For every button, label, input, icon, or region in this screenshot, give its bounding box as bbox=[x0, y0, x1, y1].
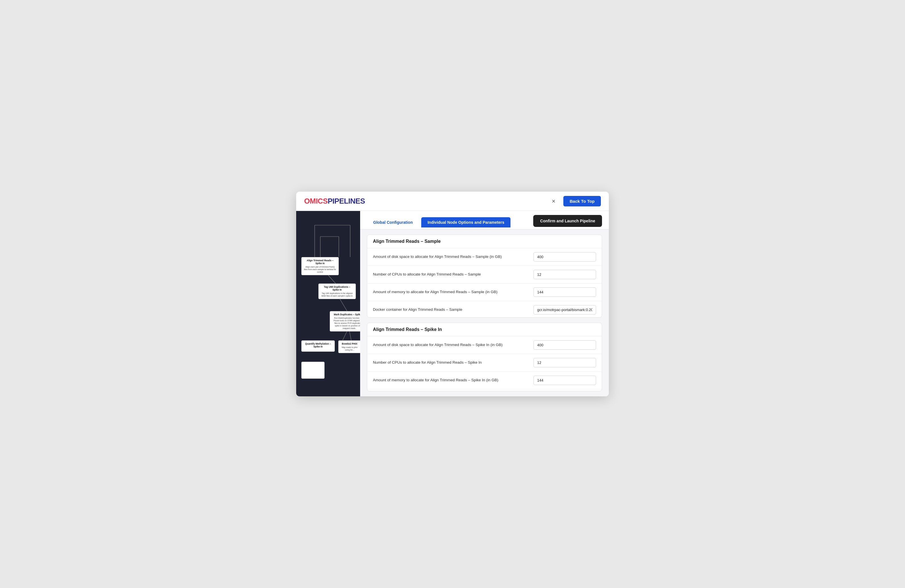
input-disk-sample[interactable] bbox=[533, 252, 596, 262]
confirm-launch-button[interactable]: Confirm and Launch Pipeline bbox=[533, 215, 602, 227]
tab-bar: Global Configuration Individual Node Opt… bbox=[360, 211, 609, 229]
node-title-mark-dup: Mark Duplicates – Spike In bbox=[332, 313, 360, 316]
pipeline-node-tag-umi[interactable]: Tag UMI Duplications – Spike In Tag UMI … bbox=[318, 283, 356, 299]
logo-pipelines: PIPELINES bbox=[328, 197, 365, 205]
section-title-align-spikein: Align Trimmed Reads – Spike In bbox=[367, 323, 602, 336]
node-title-quantify: Quantify Methylation – Spike In bbox=[304, 342, 332, 348]
pipeline-node-mark-dup[interactable]: Mark Duplicates – Spike In Run MarkDupli… bbox=[330, 311, 360, 332]
input-cpu-sample[interactable] bbox=[533, 270, 596, 279]
tab-individual-node[interactable]: Individual Node Options and Parameters bbox=[421, 217, 510, 227]
placeholder-box bbox=[301, 362, 325, 379]
label-cpu-sample: Number of CPUs to allocate for Align Tri… bbox=[373, 272, 530, 277]
pipeline-node-bowtie2[interactable]: Bowtie2 PHIX Map reads to phix using bo.… bbox=[338, 340, 360, 353]
input-disk-spikein[interactable] bbox=[533, 340, 596, 350]
config-row-mem-spikein: Amount of memory to allocate for Align T… bbox=[367, 372, 602, 389]
app-window: OMICSPIPELINES × Back To Top bbox=[296, 192, 609, 396]
config-row-docker-spikein: Docker container for Align Trimmed Reads… bbox=[367, 389, 602, 391]
node-desc-tag-umi: Tag UMI duplications in the aligned BAM … bbox=[321, 292, 353, 297]
canvas-inner: Align Trimmed Reads – Spike In Align eac… bbox=[296, 211, 360, 396]
pipeline-canvas: Align Trimmed Reads – Spike In Align eac… bbox=[296, 211, 360, 396]
node-title-tag-umi: Tag UMI Duplications – Spike In bbox=[321, 286, 353, 291]
label-cpu-spikein: Number of CPUs to allocate for Align Tri… bbox=[373, 360, 530, 366]
node-desc-mark-dup: Run MarkDuplicates function from Picard … bbox=[332, 317, 360, 329]
label-disk-spikein: Amount of disk space to allocate for Ali… bbox=[373, 342, 530, 348]
header-right: × Back To Top bbox=[549, 196, 601, 207]
close-button[interactable]: × bbox=[549, 197, 558, 206]
input-mem-spikein[interactable] bbox=[533, 376, 596, 385]
node-title-align-spike: Align Trimmed Reads – Spike In bbox=[304, 259, 336, 265]
label-mem-sample: Amount of memory to allocate for Align T… bbox=[373, 289, 530, 295]
label-disk-sample: Amount of disk space to allocate for Ali… bbox=[373, 254, 530, 260]
app-logo: OMICSPIPELINES bbox=[304, 197, 365, 206]
section-body-align-sample: Amount of disk space to allocate for Ali… bbox=[367, 248, 602, 318]
input-docker-sample[interactable] bbox=[533, 305, 596, 315]
node-desc-bowtie2: Map reads to phix using bo... bbox=[341, 346, 359, 351]
config-scroll[interactable]: Align Trimmed Reads – Sample Amount of d… bbox=[360, 229, 609, 396]
section-body-align-spikein: Amount of disk space to allocate for Ali… bbox=[367, 336, 602, 391]
node-desc-align-spike: Align each pair of trimmed FastQ files f… bbox=[304, 265, 336, 273]
config-row-disk-spikein: Amount of disk space to allocate for Ali… bbox=[367, 336, 602, 354]
label-docker-sample: Docker container for Align Trimmed Reads… bbox=[373, 307, 530, 313]
config-row-mem-sample: Amount of memory to allocate for Align T… bbox=[367, 283, 602, 301]
section-align-spikein: Align Trimmed Reads – Spike In Amount of… bbox=[367, 323, 602, 391]
input-mem-sample[interactable] bbox=[533, 288, 596, 297]
section-align-sample: Align Trimmed Reads – Sample Amount of d… bbox=[367, 235, 602, 318]
config-row-cpu-spikein: Number of CPUs to allocate for Align Tri… bbox=[367, 354, 602, 372]
config-row-cpu-sample: Number of CPUs to allocate for Align Tri… bbox=[367, 266, 602, 283]
right-panel: Global Configuration Individual Node Opt… bbox=[360, 211, 609, 396]
pipeline-node-quantify[interactable]: Quantify Methylation – Spike In bbox=[301, 340, 335, 352]
tab-global-config[interactable]: Global Configuration bbox=[367, 217, 419, 227]
back-to-top-button[interactable]: Back To Top bbox=[564, 196, 601, 207]
input-cpu-spikein[interactable] bbox=[533, 358, 596, 367]
label-mem-spikein: Amount of memory to allocate for Align T… bbox=[373, 378, 530, 383]
config-row-docker-sample: Docker container for Align Trimmed Reads… bbox=[367, 301, 602, 318]
header-bar: OMICSPIPELINES × Back To Top bbox=[296, 192, 609, 211]
main-body: Align Trimmed Reads – Spike In Align eac… bbox=[296, 211, 609, 396]
config-row-disk-sample: Amount of disk space to allocate for Ali… bbox=[367, 248, 602, 266]
logo-omics: OMICS bbox=[304, 197, 328, 205]
node-title-bowtie2: Bowtie2 PHIX bbox=[341, 342, 359, 345]
section-title-align-sample: Align Trimmed Reads – Sample bbox=[367, 235, 602, 248]
pipeline-node-align-spike[interactable]: Align Trimmed Reads – Spike In Align eac… bbox=[301, 257, 339, 275]
